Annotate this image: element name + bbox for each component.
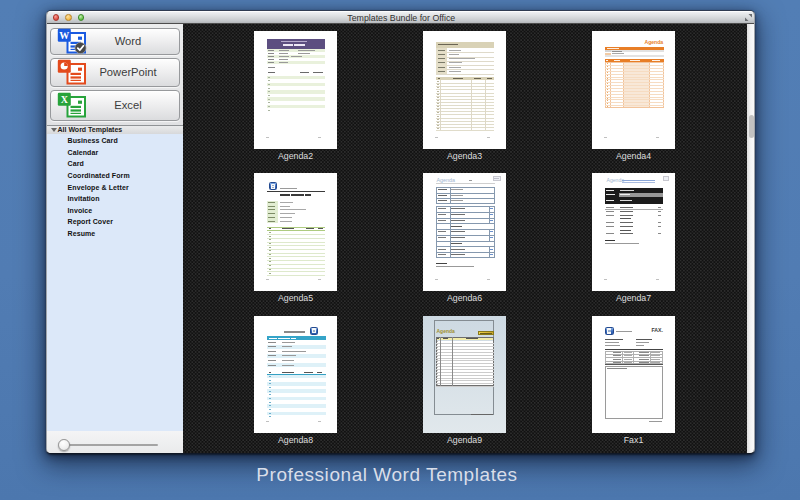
svg-text:W: W	[59, 30, 69, 41]
svg-text:X: X	[61, 94, 69, 105]
